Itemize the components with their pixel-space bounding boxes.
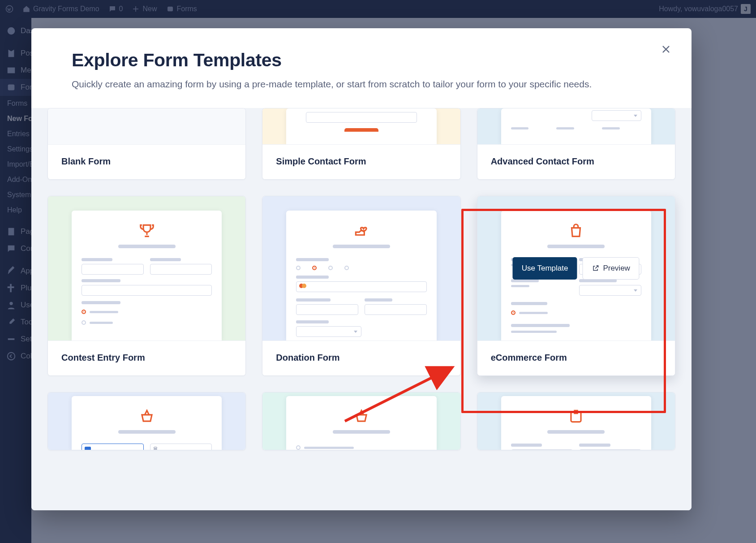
use-template-button[interactable]: Use Template	[513, 257, 577, 280]
template-card-contest-entry[interactable]: Contest Entry Form	[47, 196, 246, 376]
template-card-row3c[interactable]	[477, 392, 675, 450]
template-card-advanced-contact[interactable]: Advanced Contact Form	[477, 108, 675, 180]
template-label: Donation Form	[262, 340, 460, 375]
id-badge-icon	[511, 408, 641, 425]
template-label: Blank Form	[48, 144, 245, 179]
template-modal: Explore Form Templates Quickly create an…	[31, 28, 692, 510]
modal-subtitle: Quickly create an amazing form by using …	[72, 77, 618, 92]
template-label: Simple Contact Form	[262, 144, 460, 179]
donate-icon	[296, 222, 426, 239]
basket-icon	[296, 408, 426, 425]
template-card-row3a[interactable]: 🏛	[47, 392, 246, 450]
template-card-simple-contact[interactable]: Simple Contact Form	[262, 108, 460, 180]
template-label: eCommerce Form	[477, 340, 675, 375]
external-link-icon	[592, 264, 599, 272]
template-label: Advanced Contact Form	[477, 144, 675, 179]
modal-title: Explore Form Templates	[72, 50, 651, 71]
template-card-row3b[interactable]	[262, 392, 460, 450]
template-card-donation[interactable]: Donation Form	[262, 196, 460, 376]
shopping-bag-icon	[511, 222, 641, 239]
template-label: Contest Entry Form	[48, 340, 245, 375]
close-icon	[661, 44, 671, 54]
preview-button[interactable]: Preview	[582, 257, 639, 280]
template-card-ecommerce[interactable]: Use Template Preview eCommerce Form	[477, 196, 675, 376]
modal-close-button[interactable]	[661, 44, 671, 57]
basket-icon	[82, 408, 212, 425]
template-card-blank[interactable]: Blank Form	[47, 108, 246, 180]
trophy-icon	[82, 222, 212, 239]
